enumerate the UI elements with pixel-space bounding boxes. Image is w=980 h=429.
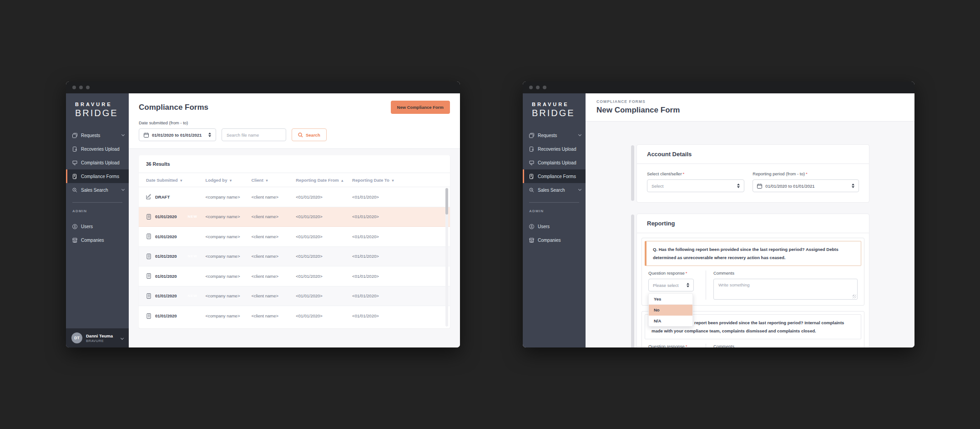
sidebar: BRAVURE BRIDGE Requests Recoveries Uploa… bbox=[523, 93, 586, 347]
new-compliance-form-button[interactable]: New Compliance Form bbox=[391, 101, 450, 114]
user-menu[interactable]: DT Danni Teuma BRAVURE bbox=[66, 328, 129, 347]
window-control-dot[interactable] bbox=[86, 86, 90, 89]
sidebar-item-requests[interactable]: Requests bbox=[523, 128, 586, 142]
results-count: 36 Results bbox=[139, 155, 450, 173]
dropdown-option-na[interactable]: N/A bbox=[649, 316, 692, 326]
dropdown-option-yes[interactable]: Yes bbox=[649, 294, 692, 305]
admin-section-label: ADMIN bbox=[66, 205, 129, 215]
table-scrollbar[interactable] bbox=[445, 188, 448, 327]
results-card: 36 Results Date Submitted ▾ Lodged by ▾ … bbox=[139, 155, 450, 328]
required-asterisk: * bbox=[806, 171, 808, 176]
question-response-label: Question response* bbox=[648, 344, 699, 347]
breadcrumb[interactable]: COMPLIANCE FORMS bbox=[596, 99, 904, 104]
date-filter-label: Date submitted (from - to) bbox=[139, 120, 450, 125]
recoveries-upload-icon bbox=[529, 147, 534, 152]
table-row[interactable]: 01/01/2020 <company name> <client name> … bbox=[139, 266, 450, 286]
sidebar-item-complaints-upload[interactable]: Complaints Upload bbox=[66, 156, 129, 169]
logo-line2: BRIDGE bbox=[75, 108, 120, 118]
new-badge: NEW bbox=[188, 294, 197, 298]
document-icon bbox=[146, 234, 152, 239]
logo-line1: BRAVURE bbox=[532, 102, 576, 107]
window-control-dot[interactable] bbox=[536, 86, 540, 89]
reporting-card: Reporting Q. Has the following report be… bbox=[636, 214, 869, 347]
stepper-icon bbox=[208, 133, 211, 137]
table-row[interactable]: 01/01/2020NEW <company name> <client nam… bbox=[139, 247, 450, 267]
document-icon bbox=[146, 254, 152, 259]
comments-textarea[interactable] bbox=[713, 279, 858, 300]
sidebar-item-users[interactable]: Users bbox=[523, 220, 586, 233]
column-header-date-submitted[interactable]: Date Submitted ▾ bbox=[146, 178, 205, 183]
table-row-highlighted[interactable]: 01/01/2020NEW <company name> <client nam… bbox=[139, 207, 450, 227]
sidebar-item-companies[interactable]: Companies bbox=[66, 233, 129, 247]
window-new-compliance-form: BRAVURE BRIDGE Requests Recoveries Uploa… bbox=[523, 82, 914, 347]
requests-icon bbox=[529, 133, 534, 138]
sidebar-item-recoveries-upload[interactable]: Recoveries Upload bbox=[523, 142, 586, 156]
sidebar-item-label: Requests bbox=[538, 133, 557, 138]
select-placeholder: Please select bbox=[653, 283, 679, 288]
sidebar-item-label: Users bbox=[81, 224, 93, 229]
requests-icon bbox=[72, 133, 77, 138]
window-control-dot[interactable] bbox=[529, 86, 533, 89]
column-header-lodged-by[interactable]: Lodged by ▾ bbox=[205, 178, 251, 183]
date-range-picker[interactable]: 01/01/2020 to 01/01/2021 bbox=[139, 128, 216, 141]
sidebar-item-complaints-upload[interactable]: Complaints Upload bbox=[523, 156, 586, 169]
client-seller-select[interactable]: Select bbox=[647, 179, 744, 192]
sidebar-item-compliance-forms[interactable]: Compliance Forms bbox=[66, 169, 129, 183]
sort-arrow-icon: ▾ bbox=[392, 179, 394, 183]
sidebar-item-users[interactable]: Users bbox=[66, 220, 129, 233]
table-row[interactable]: 01/01/2020 <company name> <client name> … bbox=[139, 227, 450, 247]
resize-handle[interactable] bbox=[853, 295, 856, 298]
sidebar-divider bbox=[529, 202, 579, 203]
search-button[interactable]: Search bbox=[292, 128, 327, 141]
stepper-icon bbox=[852, 184, 854, 188]
chevron-down-icon bbox=[121, 336, 124, 339]
table-row[interactable]: 01/01/2020 <company name> <client name> … bbox=[139, 306, 450, 326]
new-badge: NEW bbox=[188, 214, 197, 219]
comments-label: Comments bbox=[713, 344, 858, 347]
sort-arrow-icon: ▴ bbox=[341, 179, 343, 183]
sales-search-icon bbox=[529, 188, 534, 193]
reporting-period-value: 01/01/2020 to 01/01/2021 bbox=[765, 184, 814, 189]
column-header-reporting-date-from[interactable]: Reporting Date From ▴ bbox=[296, 178, 352, 183]
sidebar-item-companies[interactable]: Companies bbox=[523, 233, 586, 247]
date-range-value: 01/01/2020 to 01/01/2021 bbox=[152, 133, 202, 138]
client-seller-label: Select client/seller* bbox=[647, 171, 744, 176]
sidebar-item-sales-search[interactable]: Sales Search bbox=[523, 183, 586, 197]
filter-bar: Date submitted (from - to) 01/01/2020 to… bbox=[129, 119, 460, 149]
users-icon bbox=[529, 224, 534, 229]
vertical-divider bbox=[706, 344, 706, 347]
question-response-select[interactable]: Please select bbox=[648, 279, 694, 291]
window-control-dot[interactable] bbox=[543, 86, 546, 89]
table-row[interactable]: 01/01/2020NEW <company name> <client nam… bbox=[139, 286, 450, 306]
table-row[interactable]: DRAFT <company name> <client name> <01/0… bbox=[139, 187, 450, 207]
sidebar-item-compliance-forms[interactable]: Compliance Forms bbox=[523, 169, 586, 183]
reporting-period-label: Reporting period (from - to)* bbox=[753, 171, 859, 176]
select-placeholder: Select bbox=[652, 184, 663, 189]
user-org: BRAVURE bbox=[86, 339, 113, 343]
window-control-dot[interactable] bbox=[79, 86, 83, 89]
sales-search-icon bbox=[72, 188, 77, 193]
companies-icon bbox=[529, 238, 534, 243]
column-header-client[interactable]: Client ▾ bbox=[251, 178, 296, 183]
required-asterisk: * bbox=[686, 344, 687, 347]
calendar-icon bbox=[757, 184, 762, 189]
stepper-icon bbox=[687, 283, 689, 287]
card-accent-bar bbox=[631, 145, 634, 201]
reporting-period-picker[interactable]: 01/01/2020 to 01/01/2021 bbox=[753, 179, 859, 192]
document-icon bbox=[146, 293, 152, 299]
sidebar-divider bbox=[72, 202, 122, 203]
logo: BRAVURE BRIDGE bbox=[523, 93, 586, 124]
chevron-down-icon bbox=[121, 133, 125, 136]
section-title: Account Details bbox=[637, 145, 869, 164]
scrollbar-thumb[interactable] bbox=[445, 188, 448, 214]
sidebar-item-requests[interactable]: Requests bbox=[66, 128, 129, 142]
search-file-name-input[interactable] bbox=[222, 128, 286, 141]
sidebar-item-recoveries-upload[interactable]: Recoveries Upload bbox=[66, 142, 129, 156]
admin-section-label: ADMIN bbox=[523, 205, 586, 215]
sort-arrow-icon: ▾ bbox=[180, 179, 182, 183]
column-header-reporting-date-to[interactable]: Reporting Date To ▾ bbox=[352, 178, 443, 183]
dropdown-option-no[interactable]: No bbox=[649, 305, 692, 316]
window-control-dot[interactable] bbox=[72, 86, 76, 89]
sidebar-item-sales-search[interactable]: Sales Search bbox=[66, 183, 129, 197]
sort-arrow-icon: ▾ bbox=[266, 179, 268, 183]
